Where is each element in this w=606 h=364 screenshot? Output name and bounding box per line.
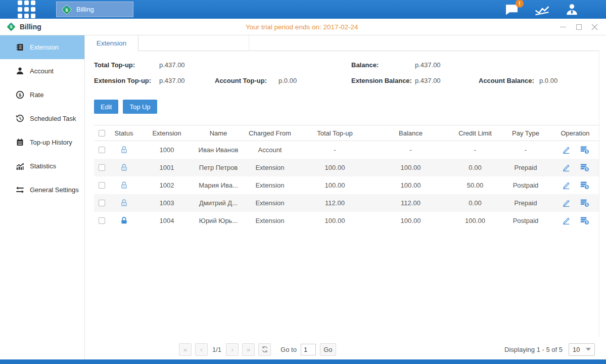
chevron-down-icon [586, 348, 591, 351]
maximize-icon[interactable] [575, 23, 582, 30]
billing-diamond-icon: $ [6, 22, 16, 32]
cell-total-topup: 100.00 [298, 212, 371, 230]
table-row-1004: 1004Юрий Юрь...Extension100.00100.00100.… [94, 212, 599, 230]
lock-open-icon [109, 146, 138, 154]
topup-coins-icon[interactable]: $ [580, 181, 589, 190]
calendar-icon [16, 138, 24, 147]
cell-credit-limit: - [450, 141, 500, 159]
cell-extension: 1004 [138, 212, 195, 230]
messages-icon[interactable]: ! [504, 3, 519, 16]
notification-badge: ! [516, 0, 524, 8]
cell-total-topup: - [298, 141, 371, 159]
edit-pencil-icon[interactable] [562, 163, 571, 172]
cell-name: Петр Петров [195, 159, 242, 176]
cell-pay-type: Postpaid [500, 176, 551, 194]
sidebar-item-rate[interactable]: $Rate [0, 83, 84, 107]
lock-open-icon [109, 199, 138, 207]
transfer-arrows-icon [16, 186, 24, 194]
cell-charged-from: Extension [242, 212, 298, 230]
prev-page-button[interactable]: ‹ [195, 343, 208, 356]
select-all-checkbox[interactable] [99, 130, 105, 136]
topup-coins-icon[interactable]: $ [580, 163, 589, 172]
svg-text:$: $ [10, 24, 13, 29]
account-topup-label: Account Top-up: [215, 77, 278, 85]
user-account-icon[interactable] [565, 3, 579, 16]
row-checkbox[interactable] [99, 164, 105, 171]
cell-credit-limit: 0.00 [450, 159, 500, 176]
cell-credit-limit: 0.00 [450, 194, 500, 212]
main-content: Extension Total Top-up: p.437.00 Balance… [85, 35, 606, 359]
column-header-name: Name [195, 125, 242, 141]
svg-text:$: $ [586, 203, 588, 207]
edit-button[interactable]: Edit [94, 100, 118, 114]
cell-name: Дмитрий Д... [195, 194, 242, 212]
cell-pay-type: Prepaid [500, 194, 551, 212]
table-row-1000: 1000Иван ИвановAccount----$ [94, 141, 599, 159]
edit-pencil-icon[interactable] [562, 198, 571, 207]
column-header-credit-limit: Credit Limit [450, 125, 500, 141]
cell-extension: 1002 [138, 176, 195, 194]
cell-charged-from: Account [242, 141, 298, 159]
activity-chart-icon[interactable] [534, 3, 550, 16]
topup-coins-icon[interactable]: $ [580, 146, 589, 154]
row-checkbox[interactable] [99, 217, 105, 224]
cell-balance: - [371, 141, 450, 159]
minimize-icon[interactable] [560, 23, 567, 30]
edit-pencil-icon[interactable] [562, 145, 571, 154]
cell-pay-type: Prepaid [500, 159, 551, 176]
last-page-button[interactable]: » [242, 343, 255, 356]
dollar-coin-icon: $ [16, 90, 24, 99]
balance-value: p.437.00 [415, 61, 479, 69]
window-title: Billing [20, 23, 41, 31]
topup-coins-icon[interactable]: $ [580, 199, 589, 207]
sidebar-item-general-settings[interactable]: General Settings [0, 178, 84, 202]
ledger-icon [16, 43, 24, 52]
person-icon [16, 67, 24, 75]
sidebar-item-statistics[interactable]: Statistics [0, 154, 84, 178]
tab-strip-spacer [138, 35, 249, 51]
statistics-icon [16, 162, 24, 170]
cell-total-topup: 100.00 [298, 176, 371, 194]
edit-pencil-icon[interactable] [562, 216, 571, 225]
page-size-select[interactable]: 10 [569, 343, 595, 356]
goto-page-input[interactable] [301, 344, 316, 355]
sidebar-item-account[interactable]: Account [0, 59, 84, 83]
cell-credit-limit: 100.00 [450, 212, 500, 230]
account-balance-value: p.0.00 [539, 77, 606, 85]
content-right-border [599, 51, 599, 337]
cell-name: Юрий Юрь... [195, 212, 242, 230]
close-icon[interactable] [591, 23, 598, 30]
lock-closed-icon [109, 216, 138, 225]
taskbar: $ Billing ! [0, 0, 606, 19]
row-checkbox[interactable] [99, 147, 105, 153]
sidebar-item-top-up-history[interactable]: Top-up History [0, 130, 84, 154]
page-indicator: 1/1 [212, 346, 221, 353]
row-checkbox[interactable] [99, 182, 105, 189]
row-checkbox[interactable] [99, 200, 105, 206]
column-header-balance: Balance [371, 125, 450, 141]
topup-coins-icon[interactable]: $ [580, 216, 589, 225]
tab-extension[interactable]: Extension [85, 35, 138, 51]
lock-open-icon [109, 163, 138, 172]
next-page-button[interactable]: › [226, 343, 239, 356]
extension-topup-value: p.437.00 [159, 77, 215, 85]
top-up-button[interactable]: Top Up [123, 100, 157, 114]
first-page-button[interactable]: « [179, 343, 192, 356]
svg-text:$: $ [586, 220, 588, 224]
table-row-1001: 1001Петр ПетровExtension100.00100.000.00… [94, 159, 599, 176]
edit-pencil-icon[interactable] [562, 180, 571, 190]
cell-extension: 1003 [138, 194, 195, 212]
refresh-icon[interactable] [258, 343, 271, 356]
cell-charged-from: Extension [242, 159, 298, 176]
sidebar-item-scheduled-task[interactable]: Scheduled Task [0, 107, 84, 130]
column-header-pay-type: Pay Type [500, 125, 551, 141]
cell-total-topup: 112.00 [298, 194, 371, 212]
cell-balance: 100.00 [371, 159, 450, 176]
taskbar-billing-tab[interactable]: $ Billing [56, 2, 133, 17]
app-launcher-icon[interactable] [18, 1, 35, 18]
svg-text:$: $ [19, 93, 21, 98]
extension-balance-label: Extension Balance: [351, 77, 415, 85]
cell-balance: 112.00 [371, 194, 450, 212]
go-button[interactable]: Go [320, 343, 336, 356]
sidebar-item-extension[interactable]: Extension [0, 35, 84, 59]
